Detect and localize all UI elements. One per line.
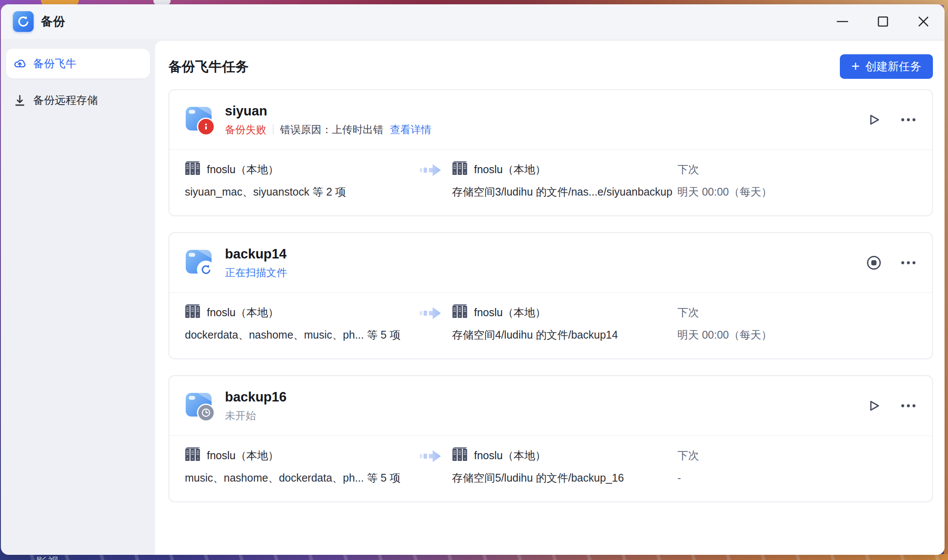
download-icon [13,93,27,107]
wallpaper-bottom-strip [0,554,948,560]
status-badge: 未开始 [225,409,256,423]
sidebar-item-label: 备份飞牛 [33,56,76,71]
next-value: 明天 00:00（每天） [677,184,917,199]
status-badge: 正在扫描文件 [225,266,287,280]
sidebar-item-backup-remote[interactable]: 备份远程存储 [6,85,150,115]
sidebar-item-backup-fnos[interactable]: 备份飞牛 [6,49,150,78]
divider [273,124,274,134]
maximize-button[interactable] [876,15,889,28]
next-label: 下次 [677,305,917,320]
backup-source: fnoslu（本地） siyuan_mac、siyuanstock 等 2 项 [185,162,420,199]
main-panel: 备份飞牛任务 + 创建新任务 [155,41,945,555]
play-button[interactable] [866,112,882,128]
source-device: fnoslu（本地） [207,162,279,177]
more-options-button[interactable] [900,255,917,271]
nas-icon [185,161,200,178]
app-window: 备份 备份飞牛 [1,4,945,555]
task-name: backup14 [225,246,287,262]
source-items: siyuan_mac、siyuanstock 等 2 项 [185,184,420,199]
nas-icon [452,447,468,464]
destination-device: fnoslu（本地） [474,162,546,177]
next-run: 下次 明天 00:00（每天） [677,305,917,342]
window-controls [808,15,930,28]
task-name: siyuan [225,103,431,119]
destination-path: 存储空间4/ludihu 的文件/backup14 [452,327,677,342]
backup-source: fnoslu（本地） music、nashome、dockerdata、ph..… [185,448,420,485]
folder-icon [185,248,215,278]
create-task-button-label: 创建新任务 [865,59,921,74]
next-run: 下次 - [677,448,917,485]
nas-icon [452,161,468,178]
nas-icon [452,304,468,321]
view-details-link[interactable]: 查看详情 [390,123,431,137]
backup-destination: fnoslu（本地） 存储空间3/ludihu 的文件/nas...e/siyu… [452,162,677,199]
sidebar: 备份飞牛 备份远程存储 [1,39,155,555]
transfer-arrow-icon [420,305,452,342]
page-title: 备份飞牛任务 [168,58,249,76]
next-value: - [677,470,917,485]
window-title: 备份 [41,13,65,30]
error-info-icon [197,118,215,136]
plus-icon: + [851,59,860,73]
sync-icon [197,261,215,279]
close-button[interactable] [917,15,930,28]
more-options-button[interactable] [900,112,917,128]
sidebar-item-label: 备份远程存储 [33,93,98,107]
more-options-button[interactable] [900,398,917,414]
nas-icon [185,447,200,464]
task-card-backup14: backup14 正在扫描文件 [168,232,933,359]
error-reason-text: 错误原因：上传时出错 [280,123,384,137]
next-value: 明天 00:00（每天） [677,327,917,342]
play-button[interactable] [866,398,882,414]
next-run: 下次 明天 00:00（每天） [677,162,917,199]
nas-icon [185,304,200,321]
source-device: fnoslu（本地） [207,448,279,463]
source-items: music、nashome、dockerdata、ph... 等 5 项 [185,470,420,485]
folder-icon [185,391,215,421]
backup-source: fnoslu（本地） dockerdata、nashome、music、ph..… [185,305,420,342]
backup-app-icon [13,11,34,32]
status-badge: 备份失败 [225,123,266,137]
titlebar: 备份 [1,4,945,39]
clock-icon [197,404,215,422]
create-task-button[interactable]: + 创建新任务 [840,54,933,79]
destination-path: 存储空间5/ludihu 的文件/backup_16 [452,470,677,485]
desktop-icon-label[interactable]: 影视 [36,554,60,560]
destination-path: 存储空间3/ludihu 的文件/nas...e/siyuanbackup [452,184,677,199]
next-label: 下次 [677,162,917,177]
task-name: backup16 [225,389,287,405]
source-items: dockerdata、nashome、music、ph... 等 5 项 [185,327,420,342]
backup-destination: fnoslu（本地） 存储空间4/ludihu 的文件/backup14 [452,305,677,342]
backup-destination: fnoslu（本地） 存储空间5/ludihu 的文件/backup_16 [452,448,677,485]
minimize-button[interactable] [836,15,849,28]
task-card-siyuan: siyuan 备份失败 错误原因：上传时出错 查看详情 [168,89,933,216]
destination-device: fnoslu（本地） [474,305,546,320]
folder-icon [185,105,215,135]
source-device: fnoslu（本地） [207,305,279,320]
transfer-arrow-icon [420,162,452,199]
destination-device: fnoslu（本地） [474,448,546,463]
task-card-backup16: backup16 未开始 [168,375,933,502]
stop-button[interactable] [866,255,882,271]
cloud-upload-icon [13,57,27,71]
transfer-arrow-icon [420,448,452,485]
next-label: 下次 [677,448,917,463]
